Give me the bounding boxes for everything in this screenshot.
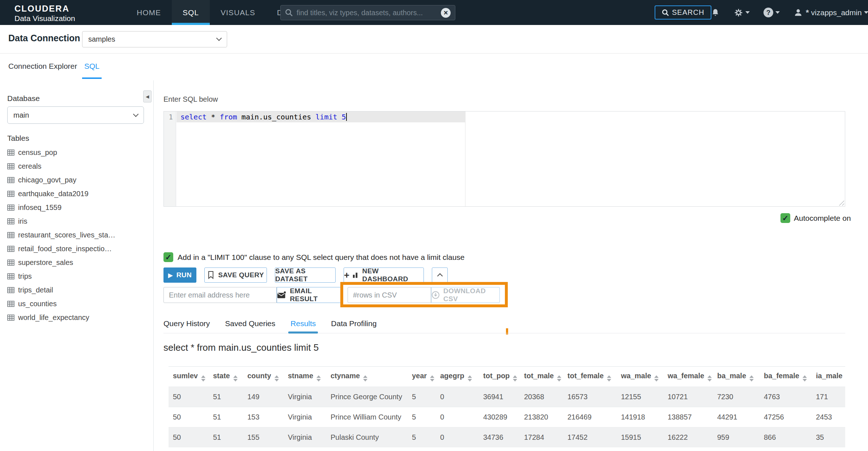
editor-resize-handle[interactable] (839, 200, 844, 206)
tab-data-profiling[interactable]: Data Profiling (331, 316, 376, 334)
search-input[interactable] (297, 9, 441, 17)
sidebar-table-item[interactable]: census_pop (0, 146, 146, 159)
table-icon (7, 287, 14, 293)
table-cell: 35 (812, 427, 845, 447)
table-row: 5051153VirginiaPrince William County5043… (169, 407, 845, 427)
new-dashboard-button[interactable]: + NEW DASHBOARD (344, 267, 424, 283)
table-cell: 34736 (479, 427, 520, 447)
sort-icon (363, 375, 367, 382)
sidebar-table-item[interactable]: chicago_govt_pay (0, 173, 146, 187)
nav-item-sql[interactable]: SQL (172, 0, 210, 25)
column-header-state[interactable]: state (209, 367, 243, 387)
column-header-tot_female[interactable]: tot_female (563, 367, 617, 387)
column-header-sumlev[interactable]: sumlev (169, 367, 209, 387)
sidebar-table-item[interactable]: trips_detail (0, 283, 146, 297)
column-header-agegrp[interactable]: agegrp (436, 367, 479, 387)
autocomplete-checkbox[interactable]: ✓ (780, 213, 790, 223)
autocomplete-toggle-row: ✓ Autocomplete on (780, 213, 851, 223)
results-table: sumlevstatecountystnamectynameyearagegrp… (169, 367, 845, 447)
column-header-tot_pop[interactable]: tot_pop (479, 367, 520, 387)
table-cell: 5 (408, 387, 436, 407)
tab-connection-explorer[interactable]: Connection Explorer (8, 54, 77, 79)
sort-icon (316, 375, 321, 382)
sidebar-table-item[interactable]: world_life_expectancy (0, 311, 146, 324)
email-result-button[interactable]: EMAIL RESULT (277, 287, 341, 303)
more-actions-button[interactable] (432, 267, 448, 283)
clear-search-icon[interactable]: × (441, 8, 451, 18)
sidebar-table-item[interactable]: iris (0, 214, 146, 228)
table-cell: 50 (169, 427, 209, 447)
database-select[interactable]: main (7, 106, 144, 124)
check-icon: ✓ (165, 253, 172, 262)
table-name: retail_food_store_inspectio… (18, 245, 112, 253)
column-header-stname[interactable]: stname (284, 367, 326, 387)
results-tabs-divider (163, 333, 845, 333)
table-icon (7, 273, 14, 279)
table-icon (7, 177, 14, 183)
save-query-button[interactable]: SAVE QUERY (204, 267, 267, 283)
nav-item-home[interactable]: HOME (126, 0, 172, 25)
table-cell: 47256 (760, 407, 812, 427)
sort-icon (607, 375, 611, 382)
column-header-wa_male[interactable]: wa_male (617, 367, 663, 387)
sidebar-table-item[interactable]: superstore_sales (0, 256, 146, 269)
sidebar-table-item[interactable]: cereals (0, 159, 146, 173)
sidebar-table-item[interactable]: us_counties (0, 297, 146, 311)
table-cell: 50 (169, 407, 209, 427)
column-header-ba_female[interactable]: ba_female (760, 367, 812, 387)
sidebar-table-item[interactable]: trips (0, 269, 146, 283)
sidebar-table-item[interactable]: retail_food_store_inspectio… (0, 242, 146, 256)
table-icon (7, 205, 14, 211)
table-cell: 213820 (520, 407, 563, 427)
search-button[interactable]: SEARCH (655, 5, 711, 20)
save-as-dataset-button[interactable]: SAVE AS DATASET (275, 267, 336, 283)
user-menu[interactable]: * vizapps_admin (793, 8, 868, 17)
search-icon (285, 9, 293, 17)
table-icon (7, 260, 14, 266)
table-icon (7, 191, 14, 197)
table-cell: 959 (713, 427, 760, 447)
tab-sql[interactable]: SQL (84, 54, 99, 79)
brand-name: CLOUDERA (14, 4, 75, 14)
limit-checkbox[interactable]: ✓ (163, 252, 173, 262)
sidebar-table-item[interactable]: earthquake_data2019 (0, 187, 146, 201)
sql-code-line[interactable]: select * from main.us_counties limit 5 (180, 111, 347, 122)
executed-query-text: select * from main.us_counties limit 5 (163, 342, 319, 353)
run-button[interactable]: ▶ RUN (163, 267, 196, 283)
brand-logo[interactable]: CLOUDERA Data Visualization (14, 4, 75, 23)
connection-select[interactable]: samples (82, 31, 227, 47)
help-menu[interactable]: ? (763, 8, 780, 17)
download-icon (431, 291, 440, 299)
tab-query-history[interactable]: Query History (163, 316, 210, 334)
sidebar-table-item[interactable]: infoseq_1559 (0, 201, 146, 214)
nav-item-visuals[interactable]: VISUALS (210, 0, 266, 25)
table-cell: Prince George County (326, 387, 408, 407)
csv-rows-field[interactable] (348, 287, 431, 303)
chevron-up-icon (437, 273, 443, 279)
column-header-ia_male[interactable]: ia_male (812, 367, 845, 387)
tab-saved-queries[interactable]: Saved Queries (225, 316, 275, 334)
column-header-tot_male[interactable]: tot_male (520, 367, 563, 387)
user-name: vizapps_admin (811, 8, 862, 17)
download-csv-button[interactable]: DOWNLOAD CSV (431, 287, 500, 303)
column-header-ctyname[interactable]: ctyname (326, 367, 408, 387)
notifications-button[interactable] (711, 8, 720, 17)
settings-menu[interactable] (734, 8, 750, 17)
tab-results[interactable]: Results (290, 316, 316, 334)
table-cell: 5 (408, 407, 436, 427)
column-header-year[interactable]: year (408, 367, 436, 387)
sidebar-collapse-button[interactable]: ◀ (143, 90, 152, 102)
admin-star-icon: * (806, 8, 809, 17)
global-search-box[interactable]: × (280, 5, 455, 20)
table-cell: 155 (243, 427, 284, 447)
email-field[interactable] (163, 287, 277, 303)
table-name: iris (18, 217, 27, 226)
sql-editor[interactable]: 1 select * from main.us_counties limit 5 (163, 111, 845, 207)
column-header-wa_female[interactable]: wa_female (663, 367, 713, 387)
table-name: cereals (18, 162, 41, 170)
sidebar-table-item[interactable]: restaurant_scores_lives_sta… (0, 228, 146, 242)
table-cell: 0 (436, 387, 479, 407)
column-header-county[interactable]: county (243, 367, 284, 387)
page-title: Data Connection (8, 33, 80, 43)
column-header-ba_male[interactable]: ba_male (713, 367, 760, 387)
